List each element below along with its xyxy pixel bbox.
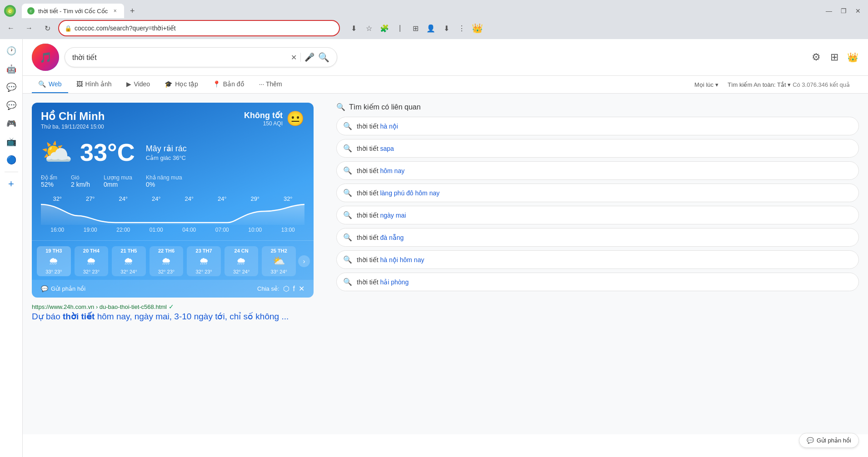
forecast-day-5[interactable]: 24 CN 🌧 32° 24° xyxy=(224,246,259,276)
apps-icon[interactable]: ⊞ xyxy=(828,51,841,64)
chart-temp-4: 24° xyxy=(173,195,206,202)
tab-images[interactable]: 🖼 Hình ảnh xyxy=(70,76,118,93)
forecast-day-6-label: 25 TH2 xyxy=(271,248,287,253)
related-item-3[interactable]: 🔍 thời tiết làng phú đô hôm nay xyxy=(336,184,859,202)
search-input[interactable] xyxy=(72,53,287,61)
extension-icon[interactable]: 🧩 xyxy=(378,22,391,35)
refresh-btn[interactable]: ↻ xyxy=(40,21,55,35)
related-bold-2: hôm nay xyxy=(380,167,404,174)
feedback-floating-btn[interactable]: 💬 Gửi phản hồi xyxy=(799,433,859,448)
active-tab[interactable]: C thời tiết - Tìm với Cốc Cốc × xyxy=(22,4,124,18)
forecast-day-4-icon: 🌧 xyxy=(199,255,209,267)
tab-video[interactable]: ▶ Video xyxy=(120,76,157,93)
related-text-6: thời tiết hà nội hôm nay xyxy=(357,256,424,263)
sidebar-add-icon[interactable]: + xyxy=(3,176,20,192)
weather-aqi-label: Không tốt xyxy=(244,110,283,120)
safe-search-filter[interactable]: Tìm kiếm An toàn: Tắt ▾ xyxy=(728,81,791,88)
bookmark-icon[interactable]: ☆ xyxy=(363,22,375,35)
related-item-4[interactable]: 🔍 thời tiết ngày mai xyxy=(336,206,859,224)
search-results: https://www.24h.com.vn › du-bao-thoi-tie… xyxy=(32,303,323,329)
download-page-icon[interactable]: ⬇ xyxy=(347,22,360,35)
time-filter[interactable]: Mọi lúc ▾ xyxy=(694,81,718,88)
search-logo: 🎵 xyxy=(32,44,59,71)
chart-hour-0: 16:00 xyxy=(41,227,74,233)
minimize-btn[interactable]: — xyxy=(823,5,835,17)
weather-aqi-text: Không tốt 150 AQI xyxy=(244,110,283,127)
close-btn[interactable]: ✕ xyxy=(852,5,864,17)
search-clear-btn[interactable]: ✕ xyxy=(291,53,297,62)
related-item-2[interactable]: 🔍 thời tiết hôm nay xyxy=(336,161,859,180)
weather-share-section: Chia sẻ: ⬡ f ✕ xyxy=(257,284,304,293)
back-btn[interactable]: ← xyxy=(4,21,18,35)
search-submit-btn[interactable]: 🔍 xyxy=(318,52,329,63)
share-facebook-btn[interactable]: f xyxy=(293,285,295,293)
profile-icon[interactable]: 👤 xyxy=(424,22,437,35)
crown-icon[interactable]: 👑 xyxy=(471,22,484,35)
mic-icon[interactable]: 🎤 xyxy=(304,52,314,62)
forecast-next-btn[interactable]: › xyxy=(298,255,310,267)
weather-city-section: Hồ Chí Minh Thứ ba, 19/11/2024 15:00 xyxy=(41,110,105,130)
related-item-6[interactable]: 🔍 thời tiết hà nội hôm nay xyxy=(336,250,859,269)
forward-btn[interactable]: → xyxy=(22,21,36,35)
tab-them[interactable]: ··· Thêm xyxy=(253,76,289,93)
wind-value: 2 km/h xyxy=(71,181,90,188)
related-item-0[interactable]: 🔍 thời tiết hà nội xyxy=(336,117,859,135)
weather-temperature: 33°C xyxy=(80,138,135,166)
tab-close-btn[interactable]: × xyxy=(111,7,119,15)
sidebar-youtube-icon[interactable]: 📺 xyxy=(3,134,20,150)
address-bar[interactable]: 🔒 coccoc.com/search?query=thời+tiết xyxy=(58,20,340,36)
related-plain-6: thời tiết xyxy=(357,256,380,263)
video-icon: ▶ xyxy=(126,80,131,88)
chart-temp-1: 27° xyxy=(74,195,107,202)
result-title-link[interactable]: Dự báo thời tiết hôm nay, ngày mai, 3-10… xyxy=(32,312,289,321)
right-panel: 🔍 Tìm kiếm có liên quan 🔍 thời tiết hà n… xyxy=(336,103,859,425)
sidebar-ai-icon[interactable]: 🤖 xyxy=(3,61,20,77)
forecast-day-0[interactable]: 19 TH3 🌧 33° 23° xyxy=(37,246,71,276)
tab-hoc-tap[interactable]: 🎓 Học tập xyxy=(158,76,205,93)
new-tab-btn[interactable]: + xyxy=(126,5,139,17)
restore-btn[interactable]: ❐ xyxy=(837,5,850,17)
tab-bar: C C thời tiết - Tìm với Cốc Cốc × + — ❐ … xyxy=(0,0,868,18)
related-item-5[interactable]: 🔍 thời tiết đà nẵng xyxy=(336,228,859,247)
sidebar-zalo-icon[interactable]: 💬 xyxy=(3,97,20,114)
chart-temp-7: 32° xyxy=(272,195,305,202)
content-area: Hồ Chí Minh Thứ ba, 19/11/2024 15:00 Khô… xyxy=(23,94,868,434)
forecast-day-6[interactable]: 25 TH2 ⛅ 33° 24° xyxy=(262,246,296,276)
daily-forecast: 19 TH3 🌧 33° 23° 20 TH4 🌧 32° 23° 21 TH5… xyxy=(32,240,314,280)
related-item-1[interactable]: 🔍 thời tiết sapa xyxy=(336,139,859,158)
hourly-chart: 32° 27° 24° 24° 24° 24° 29° 32° xyxy=(32,195,314,240)
settings-icon[interactable]: ⚙ xyxy=(810,51,823,64)
forecast-day-0-label: 19 TH3 xyxy=(45,248,62,253)
rain-section: Lượng mưa 0mm xyxy=(104,174,132,188)
sidebar-messenger-icon[interactable]: 💬 xyxy=(3,79,20,95)
weather-feedback-btn[interactable]: 💬 Gửi phản hồi xyxy=(41,285,85,292)
forecast-day-1-icon: 🌧 xyxy=(86,255,96,267)
sidebar-game-icon[interactable]: 🎮 xyxy=(3,115,20,132)
forecast-day-3[interactable]: 22 TH6 🌧 32° 23° xyxy=(150,246,184,276)
rain-label: Lượng mưa xyxy=(104,174,132,181)
forecast-day-1[interactable]: 20 TH4 🌧 32° 23° xyxy=(75,246,109,276)
forecast-day-2[interactable]: 21 TH5 🌧 32° 24° xyxy=(112,246,146,276)
forecast-day-4[interactable]: 23 TH7 🌧 32° 23° xyxy=(187,246,221,276)
related-title-text: Tìm kiếm có liên quan xyxy=(349,103,421,111)
menu-icon[interactable]: ⋮ xyxy=(455,22,468,35)
related-text-2: thời tiết hôm nay xyxy=(357,167,404,174)
related-item-7[interactable]: 🔍 thời tiết hải phòng xyxy=(336,273,859,291)
related-bold-0: hà nội xyxy=(380,123,398,130)
share-general-btn[interactable]: ⬡ xyxy=(283,284,289,293)
related-bold-7: hải phòng xyxy=(380,278,409,286)
related-search-icon-1: 🔍 xyxy=(343,144,352,153)
downloads-icon[interactable]: ⬇ xyxy=(440,22,453,35)
sidebar-history-icon[interactable]: 🕐 xyxy=(3,43,20,59)
feedback-icon: 💬 xyxy=(41,285,48,292)
sidebar-toggle-icon[interactable]: ⊞ xyxy=(409,22,422,35)
tab-ban-do[interactable]: 📍 Bản đồ xyxy=(206,76,251,93)
forecast-day-5-icon: 🌧 xyxy=(236,255,246,267)
chart-hour-5: 07:00 xyxy=(206,227,239,233)
tab-web[interactable]: 🔍 Web xyxy=(32,76,68,93)
header-crown-icon[interactable]: 👑 xyxy=(846,51,859,64)
wind-label: Gió xyxy=(71,174,90,181)
sidebar-facebook-icon[interactable]: 🔵 xyxy=(3,152,20,168)
search-area: 🎵 ✕ 🎤 🔍 ⚙ ⊞ 👑 🔍 Web 🖼 Hình ả xyxy=(23,39,868,457)
share-twitter-btn[interactable]: ✕ xyxy=(299,284,304,293)
